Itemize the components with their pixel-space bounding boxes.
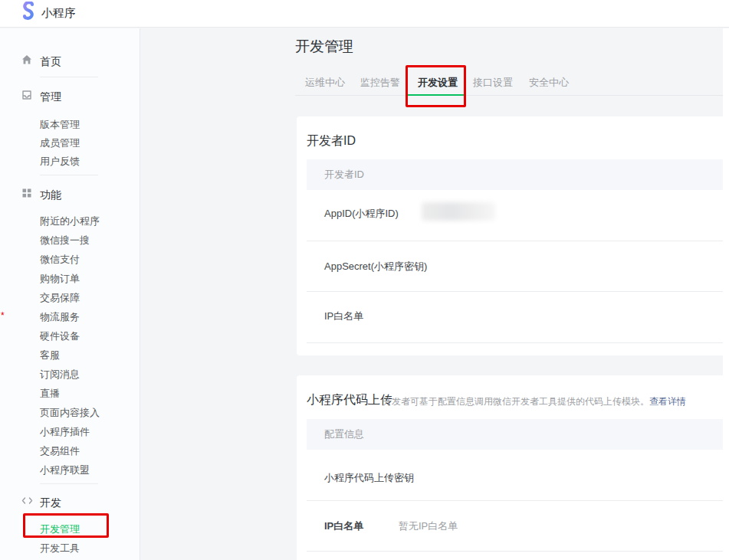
grid-icon xyxy=(21,188,33,200)
inbox-icon xyxy=(21,90,33,102)
ip-whitelist-value: 暂无IP白名单 xyxy=(399,519,458,533)
sidebar-group-features[interactable]: 功能 xyxy=(0,188,140,201)
row-label-ip-whitelist: IP白名单 xyxy=(324,519,363,533)
sidebar-item-page-content-access[interactable]: 页面内容接入 xyxy=(0,406,140,420)
section-description: 开发者可基于配置信息调用微信开发者工具提供的代码上传模块。查看详情 xyxy=(383,395,686,408)
sidebar-divider xyxy=(40,175,98,175)
sidebar-group-develop[interactable]: 开发 xyxy=(0,496,140,509)
sidebar-item-miniprogram-plugin[interactable]: 小程序插件 xyxy=(0,425,140,439)
sidebar-item-subscribe-message[interactable]: 订阅消息 xyxy=(0,368,140,382)
tab-security-center[interactable]: 安全中心 xyxy=(529,75,569,95)
sidebar-item-home[interactable]: 首页 xyxy=(0,54,140,68)
view-details-link[interactable]: 查看详情 xyxy=(649,396,686,407)
page-title: 开发管理 xyxy=(295,37,353,57)
redacted-appid-value xyxy=(422,202,495,221)
sidebar-item-member-manage[interactable]: 成员管理 xyxy=(0,136,140,150)
sidebar-item-user-feedback[interactable]: 用户反馈 xyxy=(0,155,140,169)
table-header-developer-id: 开发者ID xyxy=(307,159,729,190)
row-divider xyxy=(307,342,729,343)
row-label-ip-whitelist: IP白名单 xyxy=(324,309,363,323)
sidebar-item-customer-service[interactable]: 客服 xyxy=(0,349,140,362)
row-divider xyxy=(307,241,729,241)
developer-id-card: 开发者ID 开发者ID AppID(小程序ID) AppSecret(小程序密钥… xyxy=(297,116,729,355)
sidebar-item-live[interactable]: 直播 xyxy=(0,387,140,401)
sidebar-item-trade-guarantee[interactable]: 交易保障 xyxy=(0,291,140,305)
code-upload-card: 小程序代码上传 开发者可基于配置信息调用微信开发者工具提供的代码上传模块。查看详… xyxy=(297,375,729,560)
miniprogram-logo-icon xyxy=(21,2,36,25)
app-title: 小程序 xyxy=(41,0,76,26)
app-window: 小程序 首页 管理 版本管理 成员管理 用户反馈 功能 附近的小程序 微信搜一搜 xyxy=(0,0,729,560)
tab-monitor-alert[interactable]: 监控告警 xyxy=(360,75,400,95)
tab-operations-center[interactable]: 运维中心 xyxy=(305,75,345,95)
section-title-developer-id: 开发者ID xyxy=(307,133,356,149)
annotation-box-tab xyxy=(406,65,466,107)
sidebar-divider xyxy=(40,483,98,484)
sidebar-item-logistics-service[interactable]: 物流服务* xyxy=(0,310,140,324)
sidebar-item-version-manage[interactable]: 版本管理 xyxy=(0,118,140,132)
sidebar-item-dev-tools[interactable]: 开发工具 xyxy=(0,542,140,555)
tab-api-settings[interactable]: 接口设置 xyxy=(473,75,513,95)
sidebar-item-hardware-device[interactable]: 硬件设备 xyxy=(0,329,140,343)
main-content: 开发管理 运维中心 监控告警 开发设置 接口设置 安全中心 开发者ID 开发者I… xyxy=(141,28,729,560)
sidebar-divider xyxy=(40,77,98,77)
sidebar-item-shopping-orders[interactable]: 购物订单 xyxy=(0,272,140,286)
sidebar: 首页 管理 版本管理 成员管理 用户反馈 功能 附近的小程序 微信搜一搜 微信支… xyxy=(0,28,140,560)
top-header: 小程序 xyxy=(0,0,729,28)
new-badge: * xyxy=(1,310,5,321)
sidebar-item-wechat-search[interactable]: 微信搜一搜 xyxy=(0,234,140,247)
row-label-appsecret: AppSecret(小程序密钥) xyxy=(324,260,427,273)
row-divider xyxy=(307,500,729,501)
row-divider xyxy=(307,551,729,552)
scrollbar-track[interactable] xyxy=(723,28,729,560)
table-header-config-info: 配置信息 xyxy=(307,419,729,450)
sidebar-item-trade-component[interactable]: 交易组件 xyxy=(0,444,140,458)
section-title-code-upload: 小程序代码上传 xyxy=(307,392,392,408)
sidebar-group-manage[interactable]: 管理 xyxy=(0,90,140,103)
sidebar-item-wechat-pay[interactable]: 微信支付 xyxy=(0,253,140,267)
sidebar-item-miniprogram-union[interactable]: 小程序联盟 xyxy=(0,463,140,477)
row-divider xyxy=(307,291,729,292)
home-icon xyxy=(21,54,33,67)
row-label-appid: AppID(小程序ID) xyxy=(324,207,399,221)
row-label-upload-key: 小程序代码上传密钥 xyxy=(324,471,414,485)
sidebar-item-nearby-miniprogram[interactable]: 附近的小程序 xyxy=(0,215,140,228)
tabs-divider xyxy=(295,95,729,96)
code-icon xyxy=(21,496,33,508)
annotation-box-sidebar xyxy=(23,513,109,538)
